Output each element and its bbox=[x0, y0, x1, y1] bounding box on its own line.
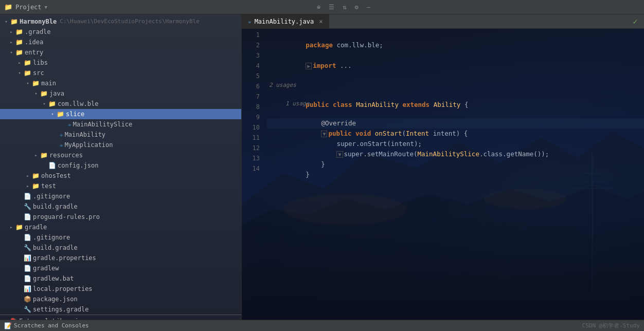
tree-item-src[interactable]: ▾ 📁 src bbox=[0, 68, 241, 78]
editor-tab-mainability[interactable]: ☕ MainAbility.java × bbox=[242, 14, 329, 28]
scratches-consoles-item[interactable]: 📝 Scratches and Consoles bbox=[4, 322, 89, 329]
tree-item-gradle[interactable]: ▸ 📁 .gradle bbox=[0, 27, 241, 37]
folder-icon-entry: 📁 bbox=[15, 48, 23, 57]
arrow-idea[interactable]: ▸ bbox=[7, 38, 15, 47]
arrow-entry[interactable]: ▾ bbox=[7, 48, 15, 57]
tree-item-gradle-folder[interactable]: ▸ 📁 gradle bbox=[0, 222, 241, 232]
arrow-slice[interactable]: ▾ bbox=[48, 109, 57, 119]
folder-icon-main: 📁 bbox=[32, 79, 40, 88]
tree-item-gradlew[interactable]: 📄 gradlew bbox=[0, 263, 241, 273]
fold-marker-import[interactable]: ▶ bbox=[306, 63, 312, 69]
line-num-5: 5 bbox=[242, 71, 260, 81]
line-num-12: 12 bbox=[242, 143, 260, 153]
code-line-1: package com.llw.ble; bbox=[267, 30, 644, 40]
code-line-14 bbox=[267, 170, 644, 180]
tree-item-myapplication[interactable]: ☕ MyApplication bbox=[0, 140, 241, 150]
fold-marker-super[interactable]: ▼ bbox=[336, 151, 343, 158]
title-project-icon: 📁 bbox=[4, 3, 12, 11]
tree-item-external-libraries[interactable]: ▸ 📚 External Libraries bbox=[0, 316, 241, 320]
fold-marker-method[interactable]: ▼ bbox=[321, 131, 327, 137]
tree-item-harmonyble[interactable]: ▾ 📁 HarmonyBle C:\Huawei\DevEcoStudioPro… bbox=[0, 16, 241, 27]
tree-item-idea[interactable]: ▸ 📁 .idea bbox=[0, 37, 241, 47]
title-project-label[interactable]: Project bbox=[15, 4, 42, 11]
arrow-main[interactable]: ▾ bbox=[24, 79, 32, 88]
tree-label-test: test bbox=[41, 181, 56, 191]
code-line-5 bbox=[267, 71, 644, 81]
local-properties-icon: 📊 bbox=[24, 284, 31, 293]
tree-label-com-llw-ble: com.llw.ble bbox=[58, 99, 98, 108]
arrow-ohostest[interactable]: ▸ bbox=[24, 171, 32, 180]
tree-item-ohostest[interactable]: ▸ 📁 ohosTest bbox=[0, 171, 241, 181]
arrow-harmonyble[interactable]: ▾ bbox=[2, 17, 10, 26]
tree-label-entry: entry bbox=[25, 48, 43, 57]
tab-label-mainability: MainAbility.java bbox=[255, 18, 314, 25]
tree-item-proguard[interactable]: 📄 proguard-rules.pro bbox=[0, 212, 241, 222]
config-icon: 📄 bbox=[48, 161, 56, 170]
tree-item-local-properties[interactable]: 📊 local.properties bbox=[0, 284, 241, 294]
tree-item-package-json[interactable]: 📦 package.json bbox=[0, 294, 241, 304]
toolbar-filter-icon[interactable]: ⇅ bbox=[343, 4, 346, 11]
line-num-13: 13 bbox=[242, 153, 260, 163]
tree-item-mainability[interactable]: ☕ MainAbility bbox=[0, 130, 241, 140]
tree-item-build-gradle-entry[interactable]: 🔧 build.gradle bbox=[0, 201, 241, 212]
tree-item-gradlew-bat[interactable]: 📄 gradlew.bat bbox=[0, 273, 241, 284]
title-bar-left: 📁 Project ▼ bbox=[4, 3, 47, 11]
line-num-11: 11 bbox=[242, 133, 260, 143]
folder-icon-com-llw-ble: 📁 bbox=[48, 99, 56, 108]
tree-label-proguard: proguard-rules.pro bbox=[33, 212, 100, 222]
tree-label-idea: .idea bbox=[25, 38, 43, 47]
tree-label-libs: libs bbox=[33, 58, 48, 67]
tab-java-icon: ☕ bbox=[248, 18, 252, 25]
tab-close-mainability[interactable]: × bbox=[319, 18, 323, 25]
tree-item-java[interactable]: ▾ 📁 java bbox=[0, 88, 241, 99]
toolbar-gear-icon[interactable]: ⚙ bbox=[355, 4, 359, 11]
arrow-libs[interactable]: ▸ bbox=[15, 58, 24, 67]
toolbar-globe-icon[interactable]: ⊕ bbox=[317, 4, 320, 11]
tree-item-resources[interactable]: ▸ 📁 resources bbox=[0, 150, 241, 160]
scratches-status-label: Scratches and Consoles bbox=[14, 322, 89, 329]
tree-label-build-gradle-root: build.gradle bbox=[33, 243, 78, 252]
tree-item-test[interactable]: ▸ 📁 test bbox=[0, 181, 241, 191]
tree-item-gitignore-root[interactable]: 📄 .gitignore bbox=[0, 232, 241, 243]
arrow-test[interactable]: ▸ bbox=[24, 181, 32, 191]
tree-item-settings-gradle[interactable]: 🔧 settings.gradle bbox=[0, 304, 241, 315]
folder-icon-slice: 📁 bbox=[57, 109, 64, 119]
arrow-resources[interactable]: ▸ bbox=[32, 151, 40, 160]
tree-item-com-llw-ble[interactable]: ▾ 📁 com.llw.ble bbox=[0, 99, 241, 109]
tree-item-entry[interactable]: ▾ 📁 entry bbox=[0, 47, 241, 58]
arrow-gradle-folder[interactable]: ▸ bbox=[7, 223, 15, 232]
tree-item-gitignore-entry[interactable]: 📄 .gitignore bbox=[0, 191, 241, 201]
arrow-src[interactable]: ▾ bbox=[15, 68, 24, 78]
tree-label-package-json: package.json bbox=[33, 295, 78, 304]
tree-item-build-gradle-root[interactable]: 🔧 build.gradle bbox=[0, 243, 241, 253]
line-num-7: 7 bbox=[242, 91, 260, 102]
gitignore-icon-entry: 📄 bbox=[24, 192, 31, 201]
toolbar-list-icon[interactable]: ☰ bbox=[329, 4, 334, 11]
arrow-com-llw-ble[interactable]: ▾ bbox=[40, 99, 48, 108]
folder-icon-test: 📁 bbox=[32, 181, 40, 191]
tree-item-libs[interactable]: ▸ 📁 libs bbox=[0, 58, 241, 68]
arrow-gradle[interactable]: ▸ bbox=[7, 27, 15, 36]
tree-label-gradle-folder: gradle bbox=[25, 223, 47, 232]
line-num-4: 4 bbox=[242, 61, 260, 71]
tree-item-slice[interactable]: ▾ 📁 slice bbox=[0, 109, 241, 119]
folder-icon-gradle-folder: 📁 bbox=[15, 223, 23, 232]
tree-label-gitignore-root: .gitignore bbox=[33, 233, 70, 242]
tree-label-harmonyble: HarmonyBle bbox=[20, 17, 57, 26]
tree-item-main[interactable]: ▾ 📁 main bbox=[0, 78, 241, 88]
line-num-10: 10 bbox=[242, 122, 260, 133]
folder-icon-src: 📁 bbox=[24, 68, 31, 78]
tree-item-gradle-properties[interactable]: 📊 gradle.properties bbox=[0, 253, 241, 263]
line-num-14: 14 bbox=[242, 163, 260, 174]
tree-item-mainabilityslice[interactable]: ☕ MainAbilitySlice bbox=[0, 119, 241, 130]
watermark: CSDN @初学者-Study bbox=[582, 322, 640, 329]
arrow-java[interactable]: ▾ bbox=[32, 89, 40, 98]
title-bar: 📁 Project ▼ ⊕ ☰ ⇅ ⚙ — bbox=[0, 0, 644, 14]
code-editor[interactable]: package com.llw.ble; ▶import ... 2 usage… bbox=[265, 29, 644, 320]
editor-content-area[interactable]: 1 2 3 4 5 6 7 8 9 ◉ 10 11 12 13 14 bbox=[242, 29, 644, 320]
settings-gradle-icon: 🔧 bbox=[24, 305, 31, 314]
tree-label-gradlew: gradlew bbox=[33, 264, 59, 273]
tree-item-config-json[interactable]: 📄 config.json bbox=[0, 160, 241, 171]
bat-icon: 📄 bbox=[24, 274, 31, 283]
toolbar-minus-icon[interactable]: — bbox=[367, 4, 370, 11]
